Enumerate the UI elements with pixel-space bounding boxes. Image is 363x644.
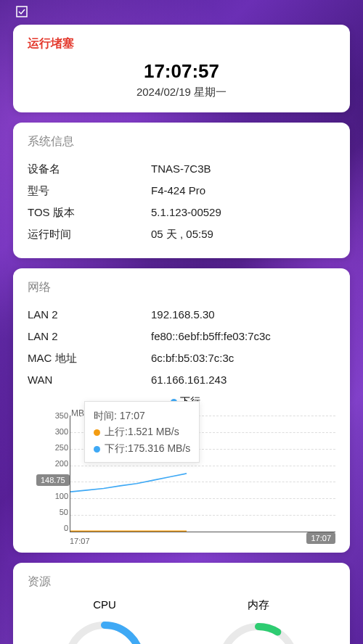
tooltip-up-label: 上行:	[105, 426, 128, 437]
mem-percent: 8.82%	[215, 619, 302, 644]
info-value: 6c:bf:b5:03:7c:3c	[151, 347, 335, 369]
sysinfo-card: 系统信息 设备名TNAS-7C3B型号F4-424 ProTOS 版本5.1.1…	[13, 123, 350, 258]
chart-y-highlight-badge: 148.75	[36, 474, 70, 486]
info-row: TOS 版本5.1.123-00529	[28, 202, 335, 223]
tooltip-up-value: 1.521 MB/s	[128, 426, 179, 437]
info-key: 设备名	[28, 158, 151, 180]
info-row: 设备名TNAS-7C3B	[28, 158, 335, 180]
clock-time: 17:07:57	[28, 60, 335, 83]
info-row: MAC 地址6c:bf:b5:03:7c:3c	[28, 347, 335, 369]
info-value: fe80::6ebf:b5ff:fe03:7c3c	[151, 326, 335, 347]
info-key: LAN 2	[28, 304, 151, 326]
info-value: TNAS-7C3B	[151, 158, 335, 180]
svg-rect-0	[17, 7, 27, 17]
tooltip-up-dot-icon	[94, 429, 100, 436]
clock-date: 2024/02/19 星期一	[28, 86, 335, 99]
info-value: F4-424 Pro	[151, 180, 335, 202]
tooltip-down-label: 下行:	[105, 442, 128, 454]
resources-title: 资源	[28, 574, 335, 590]
info-value: 05 天 , 05:59	[151, 223, 335, 245]
info-row: WAN61.166.161.243	[28, 369, 335, 391]
chart-y-axis: 350300250200150100500	[28, 411, 68, 532]
cpu-title: CPU	[30, 598, 179, 611]
info-key: MAC 地址	[28, 347, 151, 369]
status-title: 运行堵塞	[28, 36, 335, 51]
info-value: 61.166.161.243	[151, 369, 335, 391]
network-chart[interactable]: 下行 MB/s 350300250200150100500 时间: 17:07	[28, 395, 335, 545]
info-row: 型号F4-424 Pro	[28, 180, 335, 202]
mem-item: 内存 8.82% 32768.00 MB	[184, 598, 333, 644]
status-card: 运行堵塞 17:07:57 2024/02/19 星期一	[13, 25, 350, 112]
cpu-donut[interactable]: 68.25%	[61, 618, 148, 644]
tooltip-down-value: 175.316 MB/s	[128, 442, 190, 454]
chart-x-start-label: 17:07	[70, 537, 90, 545]
network-title: 网络	[28, 280, 335, 295]
chart-x-highlight-badge: 17:07	[306, 532, 335, 544]
tooltip-down-dot-icon	[94, 446, 100, 453]
info-value: 192.168.5.30	[151, 304, 335, 326]
resources-card: 资源 CPU 68.25% 内存	[13, 563, 350, 644]
tooltip-time-value: 17:07	[120, 410, 145, 421]
network-card: 网络 LAN 2192.168.5.30LAN 2fe80::6ebf:b5ff…	[13, 268, 350, 553]
info-key: 型号	[28, 180, 151, 202]
info-value: 5.1.123-00529	[151, 202, 335, 223]
sysinfo-title: 系统信息	[28, 134, 335, 149]
cpu-item: CPU 68.25%	[30, 598, 179, 644]
info-row: 运行时间05 天 , 05:59	[28, 223, 335, 245]
cpu-percent: 68.25%	[61, 618, 148, 644]
info-key: WAN	[28, 369, 151, 391]
info-key: 运行时间	[28, 223, 151, 245]
window-control-icon[interactable]	[16, 6, 350, 20]
mem-donut[interactable]: 8.82%	[215, 619, 302, 644]
mem-title: 内存	[184, 598, 333, 612]
info-key: LAN 2	[28, 326, 151, 347]
info-row: LAN 2fe80::6ebf:b5ff:fe03:7c3c	[28, 326, 335, 347]
tooltip-time-label: 时间:	[94, 410, 117, 421]
info-row: LAN 2192.168.5.30	[28, 304, 335, 326]
chart-tooltip: 时间: 17:07 上行:1.521 MB/s 下行:175.316 MB/s	[84, 401, 200, 463]
info-key: TOS 版本	[28, 202, 151, 223]
